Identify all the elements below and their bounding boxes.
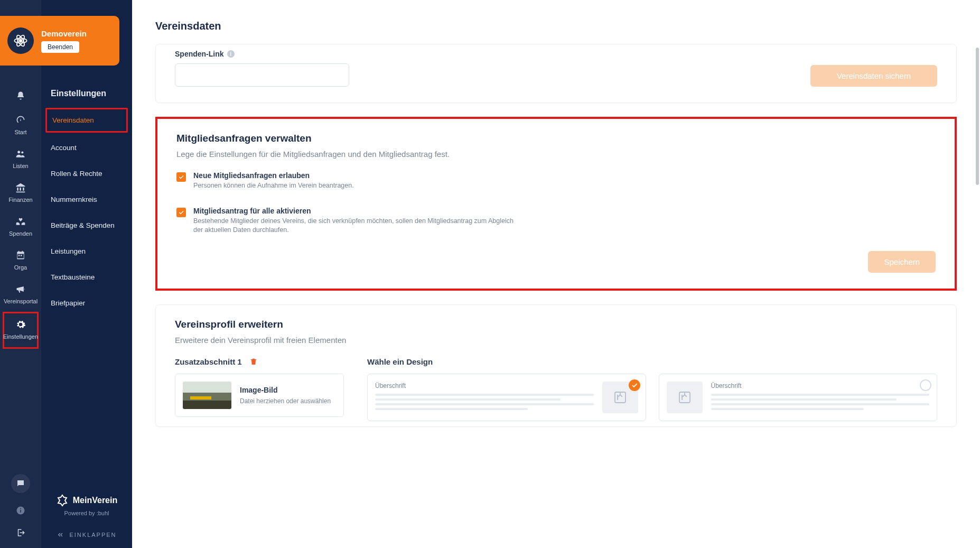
design-option-2[interactable]: Überschrift xyxy=(659,374,938,421)
design-option-1[interactable]: Überschrift xyxy=(367,374,646,421)
vereinsprofil-card: Vereinsprofil erweitern Erweitere dein V… xyxy=(155,304,957,427)
svg-rect-8 xyxy=(20,508,21,509)
profil-title: Vereinsprofil erweitern xyxy=(175,319,937,330)
org-logo xyxy=(7,27,34,54)
radio-unselected-icon xyxy=(920,379,931,391)
trash-icon xyxy=(249,357,258,366)
spenden-link-input[interactable] xyxy=(175,63,349,87)
spenden-link-card: Spenden-Link i Vereinsdaten sichern xyxy=(155,44,957,103)
gauge-icon xyxy=(15,114,26,126)
svg-point-4 xyxy=(17,151,20,153)
org-header-card: Demoverein Beenden xyxy=(0,16,119,66)
check-icon xyxy=(178,174,184,180)
zusatz-label: Zusatzabschnitt 1 xyxy=(175,357,242,366)
rail-start[interactable]: Start xyxy=(0,109,41,143)
opt1-title: Neue Mitgliedsanfragen erlauben xyxy=(193,171,354,180)
save-mitglied-button[interactable]: Speichern xyxy=(868,251,936,273)
bell-icon xyxy=(15,90,26,101)
check-icon xyxy=(178,209,184,216)
radio-selected-icon xyxy=(629,379,640,391)
image-upload-box[interactable]: Image-Bild Datei herziehen oder auswähle… xyxy=(175,374,344,417)
image-hint: Datei herziehen oder auswählen xyxy=(240,397,331,405)
collapse-label: EINKLAPPEN xyxy=(69,532,116,538)
main-content: Vereinsdaten Spenden-Link i Vereinsdaten… xyxy=(132,0,980,548)
image-label: Image-Bild xyxy=(240,386,331,394)
gear-icon xyxy=(15,319,26,330)
svg-rect-7 xyxy=(20,510,21,513)
checkbox-neue-anfragen[interactable] xyxy=(176,172,186,182)
check-row-neue-anfragen: Neue Mitgliedsanfragen erlauben Personen… xyxy=(176,171,936,191)
rail-start-label: Start xyxy=(14,129,26,135)
svg-point-5 xyxy=(21,151,23,153)
chat-help-icon xyxy=(16,479,25,488)
help-chat-button[interactable] xyxy=(11,474,30,493)
calendar-icon xyxy=(15,249,26,261)
rail-vereinsportal[interactable]: Vereinsportal xyxy=(0,278,41,312)
rail-vereinsportal-label: Vereinsportal xyxy=(4,298,38,304)
design-title: Wähle ein Design xyxy=(367,357,937,366)
bank-icon xyxy=(15,182,26,193)
sidebar-item-nummernkreis[interactable]: Nummernkreis xyxy=(45,189,128,210)
scrollbar[interactable] xyxy=(976,48,979,185)
spenden-link-label: Spenden-Link i xyxy=(175,50,349,58)
people-icon xyxy=(15,148,26,160)
sidebar-item-textbausteine[interactable]: Textbausteine xyxy=(45,266,128,288)
design-options: Überschrift xyxy=(367,374,937,421)
rail-listen[interactable]: Listen xyxy=(0,143,41,177)
rail-finanzen[interactable]: Finanzen xyxy=(0,177,41,210)
zusatz-header: Zusatzabschnitt 1 xyxy=(175,357,354,366)
main-inner: Spenden-Link i Vereinsdaten sichern Mitg… xyxy=(132,44,980,462)
rail-orga[interactable]: Orga xyxy=(0,244,41,278)
powered-by: Powered by :buhl xyxy=(41,510,132,516)
sidebar-item-vereinsdaten[interactable]: Vereinsdaten xyxy=(45,108,128,133)
megaphone-icon xyxy=(15,283,26,295)
app-root: Demoverein Beenden Start Listen Fi xyxy=(0,0,980,548)
org-info: Demoverein Beenden xyxy=(41,29,87,53)
design-col: Wähle ein Design Überschrift xyxy=(367,357,937,421)
logout-button[interactable] xyxy=(16,528,25,537)
rail-spenden-label: Spenden xyxy=(9,230,32,237)
profil-subtitle: Erweitere dein Vereinsprofil mit freien … xyxy=(175,336,937,345)
image-placeholder-icon xyxy=(667,382,703,413)
sidebar-item-beitraege[interactable]: Beiträge & Spenden xyxy=(45,215,128,236)
mitglied-subtitle: Lege die Einstellungen für die Mitglieds… xyxy=(176,150,936,159)
brand-name: MeinVerein xyxy=(73,496,117,505)
collapse-sidebar-button[interactable]: EINKLAPPEN xyxy=(41,531,132,538)
svg-point-3 xyxy=(20,40,22,42)
sidebar-item-account[interactable]: Account xyxy=(45,137,128,159)
delete-zusatz-button[interactable] xyxy=(249,357,258,366)
save-vereinsdaten-button[interactable]: Vereinsdaten sichern xyxy=(810,65,937,87)
atom-icon xyxy=(13,33,28,48)
opt2-title: Mitgliedsantrag für alle aktivieren xyxy=(193,207,521,215)
logout-icon xyxy=(16,528,25,537)
mitgliedsanfragen-card: Mitgliedsanfragen verwalten Lege die Ein… xyxy=(155,117,957,291)
info-circle-icon xyxy=(16,506,25,515)
sidebar-item-leistungen[interactable]: Leistungen xyxy=(45,240,128,262)
chevron-double-left-icon xyxy=(57,531,64,538)
opt1-sub: Personen können die Aufnahme im Verein b… xyxy=(193,181,354,191)
sidebar-footer: MeinVerein Powered by :buhl EINKLAPPEN xyxy=(41,494,132,548)
image-thumbnail xyxy=(183,382,231,409)
brand-row: MeinVerein xyxy=(41,494,132,507)
rail-notifications[interactable] xyxy=(0,85,41,109)
info-button[interactable] xyxy=(16,506,25,515)
sidebar-item-rollen[interactable]: Rollen & Rechte xyxy=(45,163,128,184)
page-title: Vereinsdaten xyxy=(132,0,980,44)
rail-einstellungen[interactable]: Einstellungen xyxy=(3,312,39,349)
meinverein-logo-icon xyxy=(56,494,69,507)
checkbox-antrag-alle[interactable] xyxy=(176,208,186,217)
info-icon[interactable]: i xyxy=(227,50,235,58)
rail-orga-label: Orga xyxy=(14,264,27,271)
design-heading-placeholder: Überschrift xyxy=(711,382,930,389)
rail-einstellungen-label: Einstellungen xyxy=(3,333,38,340)
rail-spenden[interactable]: Spenden xyxy=(0,210,41,244)
sidebar-item-briefpapier[interactable]: Briefpapier xyxy=(45,292,128,314)
check-row-antrag-alle: Mitgliedsantrag für alle aktivieren Best… xyxy=(176,207,936,235)
rail-listen-label: Listen xyxy=(13,163,28,169)
icon-rail: Start Listen Finanzen Spenden Orga xyxy=(0,0,41,548)
exit-button[interactable]: Beenden xyxy=(41,41,79,53)
org-name: Demoverein xyxy=(41,29,87,38)
hands-heart-icon xyxy=(15,216,26,227)
sidebar-heading: Einstellungen xyxy=(41,85,132,108)
profile-row: Zusatzabschnitt 1 Image-Bild Datei herzi… xyxy=(175,357,937,421)
